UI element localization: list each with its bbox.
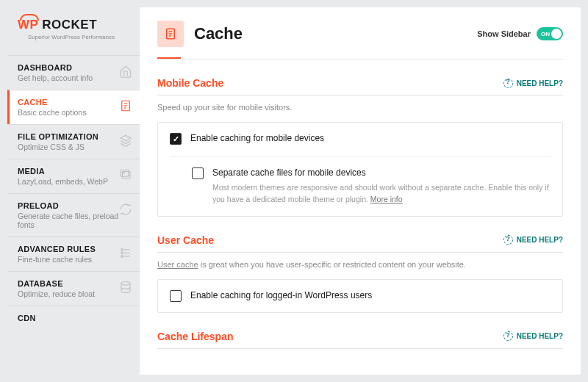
nav-desc: LazyLoad, embeds, WebP [18,177,131,186]
more-info-link[interactable]: More info [370,195,403,203]
help-icon [503,331,513,341]
section-mobile-cache: Mobile Cache NEED HELP? Speed up your si… [157,77,563,217]
file-icon [119,99,132,112]
checkbox-label: Enable caching for mobile devices [190,133,324,143]
need-help-link[interactable]: NEED HELP? [503,79,563,88]
enable-mobile-cache-checkbox[interactable] [170,133,182,145]
svg-rect-9 [121,252,123,253]
need-help-label: NEED HELP? [517,236,563,244]
section-title: Mobile Cache [157,77,223,89]
images-icon [119,168,132,181]
layers-icon [119,134,132,147]
sidebar-item-cdn[interactable]: CDN [7,306,140,330]
nav-title: PRELOAD [18,201,131,210]
logo-rocket: ROCKET [42,18,97,32]
section-title: User Cache [157,234,214,246]
nav-title: CDN [18,314,131,322]
nav-desc: Get help, account info [18,73,131,82]
sidebar-item-advanced-rules[interactable]: ADVANCED RULES Fine-tune cache rules [7,237,140,271]
nav-desc: Optimize, reduce bloat [18,289,131,298]
sidebar-item-preload[interactable]: PRELOAD Generate cache files, preload fo… [7,193,140,237]
show-sidebar-label: Show Sidebar [477,29,531,38]
sidebar-item-dashboard[interactable]: DASHBOARD Get help, account info [7,55,140,90]
nav-title: ADVANCED RULES [18,245,131,253]
section-description: Speed up your site for mobile visitors. [157,103,563,112]
checkbox-label: Enable caching for logged-in WordPress u… [190,290,372,300]
toggle-on-text: ON [541,31,550,37]
divider [157,59,563,60]
nav-title: MEDIA [18,167,131,176]
mobile-cache-options: Enable caching for mobile devices Separa… [157,122,563,217]
home-icon [119,65,132,78]
logo: WP ROCKET Superior WordPress Performance [7,7,140,55]
page-header: Cache Show Sidebar ON [157,21,563,57]
nav-desc: Generate cache files, preload fonts [18,212,131,229]
user-cache-options: Enable caching for logged-in WordPress u… [157,279,563,313]
section-title: Cache Lifespan [157,331,233,342]
logo-tagline: Superior WordPress Performance [28,34,132,40]
database-icon [119,281,132,294]
sidebar-item-database[interactable]: DATABASE Optimize, reduce bloat [7,271,140,306]
enable-user-cache-checkbox[interactable] [170,290,182,302]
nav-title: DASHBOARD [18,63,131,72]
need-help-label: NEED HELP? [517,79,563,87]
nav-title: CACHE [18,98,131,107]
need-help-label: NEED HELP? [517,332,563,340]
sidebar-item-cache[interactable]: CACHE Basic cache options [7,90,140,124]
page-title: Cache [194,24,467,43]
help-icon [503,235,513,245]
logo-wp: WP [18,18,38,32]
nav-desc: Optimize CSS & JS [18,143,131,151]
svg-rect-7 [121,249,123,251]
main-panel: Cache Show Sidebar ON Mobile Cache NEED … [140,7,581,375]
option-description: Most modern themes are responsive and sh… [212,182,551,206]
help-icon [503,79,513,88]
user-cache-link[interactable]: User cache [157,260,198,269]
toggle-switch[interactable]: ON [537,27,563,40]
svg-rect-11 [121,256,123,257]
nav-title: DATABASE [18,279,131,288]
section-description: User cache is great when you have user-s… [157,260,563,269]
section-user-cache: User Cache NEED HELP? User cache is grea… [157,234,563,313]
svg-point-6 [123,172,124,173]
sidebar: WP ROCKET Superior WordPress Performance… [7,7,140,375]
nav-desc: Fine-tune cache rules [18,255,131,264]
sidebar-item-file-optimization[interactable]: FILE OPTIMIZATION Optimize CSS & JS [7,124,140,159]
refresh-icon [119,203,132,216]
separate-mobile-cache-checkbox[interactable] [192,167,204,179]
section-cache-lifespan: Cache Lifespan NEED HELP? [157,331,563,349]
sliders-icon [119,246,132,259]
toggle-knob [551,29,562,39]
cache-header-icon [157,21,184,47]
checkbox-label: Separate cache files for mobile devices [212,167,551,178]
svg-rect-4 [123,172,131,179]
nav-desc: Basic cache options [18,108,131,117]
need-help-link[interactable]: NEED HELP? [503,331,563,341]
sidebar-item-media[interactable]: MEDIA LazyLoad, embeds, WebP [7,159,140,193]
need-help-link[interactable]: NEED HELP? [503,235,563,245]
nav-title: FILE OPTIMIZATION [18,132,131,141]
show-sidebar-toggle: Show Sidebar ON [477,27,563,40]
svg-point-13 [121,282,130,286]
